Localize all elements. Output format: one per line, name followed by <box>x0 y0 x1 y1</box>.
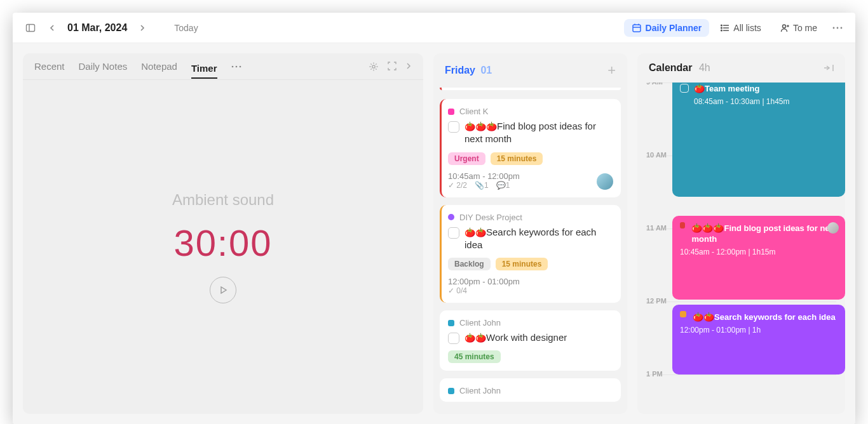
svg-point-11 <box>721 30 722 31</box>
calendar-title: Calendar <box>649 62 692 73</box>
svg-point-15 <box>837 27 839 29</box>
daily-planner-label: Daily Planner <box>646 23 702 33</box>
attachment-count: 📎1 <box>475 181 489 190</box>
assignee-avatar[interactable] <box>597 173 613 190</box>
event-title: 🍅Team meeting <box>694 83 759 95</box>
next-day-icon[interactable] <box>133 19 151 37</box>
fullscreen-icon[interactable] <box>388 62 397 72</box>
tab-recent[interactable]: Recent <box>34 61 65 72</box>
event-color-icon <box>680 311 686 317</box>
event-color-icon <box>680 222 685 229</box>
today-button[interactable]: Today <box>174 23 198 33</box>
tab-daily-notes[interactable]: Daily Notes <box>79 61 128 72</box>
svg-marker-21 <box>221 287 226 293</box>
ambient-sound-label[interactable]: Ambient sound <box>172 191 274 209</box>
task-checkbox[interactable] <box>448 333 459 344</box>
hour-label: 11 AM <box>646 224 667 232</box>
task-time: 10:45am - 12:00pm <box>448 171 520 181</box>
hour-label: 10 AM <box>646 151 667 159</box>
event-time: 10:45am - 12:00pm | 1h15m <box>680 248 837 256</box>
project-name: Client K <box>459 107 489 116</box>
calendar-header: Calendar 4h <box>649 62 710 74</box>
svg-point-17 <box>231 65 233 67</box>
tag-duration: 15 minutes <box>496 258 548 270</box>
calendar-event[interactable]: 🍅Team meeting 08:45am - 10:30am | 1h45m <box>672 83 845 197</box>
daily-planner-button[interactable]: Daily Planner <box>624 19 710 37</box>
add-task-button[interactable]: + <box>607 62 616 79</box>
hour-label: 1 PM <box>646 370 663 378</box>
tag-duration: 15 minutes <box>491 152 543 165</box>
svg-point-20 <box>372 65 375 67</box>
to-me-button[interactable]: To me <box>773 19 825 37</box>
task-time: 12:00pm - 01:00pm <box>448 277 520 286</box>
project-dot <box>448 388 454 394</box>
svg-point-10 <box>721 27 722 29</box>
svg-point-14 <box>833 27 835 29</box>
svg-rect-2 <box>633 25 641 32</box>
task-checkbox[interactable] <box>448 227 459 239</box>
prev-day-icon[interactable] <box>43 19 61 37</box>
tab-timer[interactable]: Timer <box>191 63 217 79</box>
collapse-icon[interactable] <box>824 63 834 72</box>
calendar-event[interactable]: 🍅🍅Search keywords for each idea 12:00pm … <box>672 305 845 374</box>
svg-point-19 <box>239 65 241 67</box>
comment-count: 💬1 <box>496 181 510 190</box>
task-checkbox[interactable] <box>448 121 459 133</box>
hour-label: 9 AM <box>646 83 663 86</box>
project-dot <box>448 320 454 326</box>
task-card[interactable]: Client John <box>440 378 621 402</box>
project-dot <box>448 214 454 220</box>
gear-icon[interactable] <box>369 62 379 72</box>
event-time: 12:00pm - 01:00pm | 1h <box>680 326 837 335</box>
project-name: Client John <box>459 386 501 395</box>
svg-point-16 <box>841 27 843 29</box>
task-title: 🍅🍅Search keywords for each idea <box>465 226 612 252</box>
all-lists-button[interactable]: All lists <box>713 19 769 37</box>
current-date[interactable]: 01 Mar, 2024 <box>67 22 127 34</box>
tab-notepad[interactable]: Notepad <box>141 61 177 72</box>
more-menu-icon[interactable] <box>829 19 846 37</box>
svg-point-12 <box>782 25 785 28</box>
event-avatar[interactable] <box>827 222 839 234</box>
event-title: 🍅🍅Search keywords for each idea <box>693 311 836 323</box>
sidebar-toggle-icon[interactable] <box>22 19 39 37</box>
svg-point-9 <box>721 25 722 26</box>
event-checkbox[interactable] <box>680 84 689 93</box>
tag-urgent: Urgent <box>448 152 485 165</box>
task-title: 🍅🍅🍅Find blog post ideas for next month <box>465 120 612 146</box>
event-title: 🍅🍅🍅Find blog post ideas for next month <box>691 222 837 245</box>
task-title: 🍅🍅Work with designer <box>465 331 567 344</box>
day-name: Friday <box>445 65 475 76</box>
project-name: Client John <box>459 318 501 328</box>
event-time: 08:45am - 10:30am | 1h45m <box>694 97 837 106</box>
day-header: Friday 01 <box>445 65 492 76</box>
task-card[interactable]: Client K 🍅🍅🍅Find blog post ideas for nex… <box>440 99 621 197</box>
subtask-count: ✓ 0/4 <box>448 286 467 295</box>
svg-point-18 <box>235 65 237 67</box>
task-card[interactable]: Client John 🍅🍅Work with designer 45 minu… <box>440 310 621 371</box>
day-number: 01 <box>480 65 492 76</box>
project-name: DIY Desk Project <box>459 213 522 222</box>
task-card[interactable]: DIY Desk Project 🍅🍅Search keywords for e… <box>440 205 621 303</box>
task-card-stub <box>440 88 621 90</box>
all-lists-label: All lists <box>733 23 761 33</box>
timer-display: 30:00 <box>173 222 272 264</box>
tag-duration: 45 minutes <box>448 350 501 363</box>
hour-label: 12 PM <box>646 297 667 305</box>
project-dot <box>448 109 454 115</box>
calendar-total-duration: 4h <box>699 62 710 73</box>
subtask-count: ✓ 2/2 <box>448 181 467 190</box>
calendar-event[interactable]: 🍅🍅🍅Find blog post ideas for next month 1… <box>672 216 845 300</box>
to-me-label: To me <box>793 23 817 33</box>
svg-rect-0 <box>27 24 35 31</box>
tag-backlog: Backlog <box>448 258 491 270</box>
chevron-right-icon[interactable] <box>405 62 412 72</box>
tab-more-icon[interactable] <box>231 65 241 68</box>
play-button[interactable] <box>210 277 236 303</box>
